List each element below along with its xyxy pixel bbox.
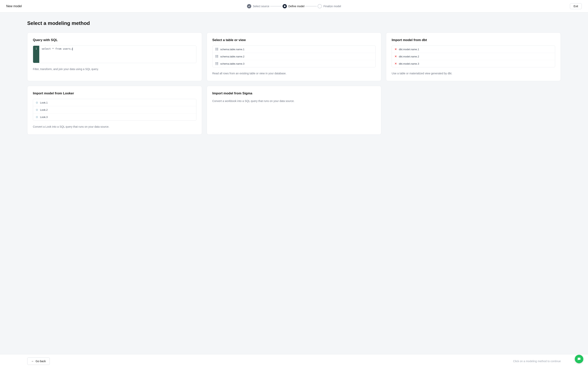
table-row-3: schema.table.name.3 (213, 60, 376, 67)
table-grid-icon-2 (215, 55, 218, 58)
card-title-dbt: Import model from dbt (392, 38, 555, 42)
chat-icon (577, 357, 581, 361)
card-title-looker: Import model from Looker (33, 92, 196, 95)
cards-row-2: Import model from Looker ⊙ Look.1 ⊙ Look… (27, 86, 561, 135)
connector-2 (305, 6, 317, 6)
table-row-2: schema.table.name.2 (213, 53, 376, 60)
svg-rect-3 (217, 49, 218, 50)
card-title-sql: Query with SQL (33, 38, 196, 42)
step-finalize-model: Finalize model (318, 4, 341, 8)
svg-rect-15 (217, 64, 218, 64)
svg-rect-4 (215, 50, 217, 51)
table-grid-icon-1 (215, 48, 218, 51)
card-import-looker[interactable]: Import model from Looker ⊙ Look.1 ⊙ Look… (27, 86, 202, 135)
svg-rect-2 (215, 49, 217, 50)
connector-1 (270, 6, 282, 6)
dbt-x-icon-2: ✕ (394, 55, 397, 58)
card-import-sigma[interactable]: Import model from Sigma Convert a workbo… (207, 86, 382, 135)
card-select-table-view[interactable]: Select a table or view schema.table. (207, 33, 382, 81)
table-preview: schema.table.name.1 schema.table.n (212, 46, 376, 67)
svg-rect-6 (215, 55, 217, 56)
svg-rect-8 (215, 56, 217, 57)
svg-rect-9 (217, 56, 218, 57)
step-label-define-model: Define model (288, 5, 304, 8)
footer-hint: Click on a modeling method to continue (513, 360, 561, 363)
go-back-arrow-icon: ← (31, 360, 34, 363)
step-label-finalize-model: Finalize model (324, 5, 341, 8)
card-title-table: Select a table or view (212, 38, 376, 42)
dbt-row-1: ✕ dbt.model.name.1 (392, 46, 555, 53)
svg-rect-16 (215, 64, 217, 65)
svg-rect-12 (215, 62, 217, 63)
table-row-1: schema.table.name.1 (213, 46, 376, 53)
step-label-select-source: Select source (253, 5, 269, 8)
sql-code: select * from users; (39, 46, 196, 52)
dbt-row-2: ✕ dbt.model.name.2 (392, 53, 555, 60)
go-back-button[interactable]: ← Go back (27, 358, 50, 365)
step-select-source: Select source (247, 4, 269, 8)
exit-button[interactable]: Exit (570, 3, 582, 9)
stepper: Select source Define model Finalize mode… (247, 4, 341, 8)
footer: ← Go back Click on a modeling method to … (0, 354, 588, 368)
card-import-dbt[interactable]: Import model from dbt ✕ dbt.model.name.1… (386, 33, 561, 81)
table-grid-icon-3 (215, 62, 218, 65)
cards-row-1: Query with SQL 1 select * from users; Fi… (27, 33, 561, 81)
dbt-preview: ✕ dbt.model.name.1 ✕ dbt.model.name.2 ✕ … (392, 46, 555, 67)
step-icon-finalize-model (318, 4, 322, 8)
dbt-row-label-1: dbt.model.name.1 (399, 48, 419, 51)
step-define-model: Define model (283, 4, 304, 8)
looker-row-label-2: Look.2 (40, 108, 48, 111)
svg-rect-0 (215, 48, 217, 49)
looker-look-icon-2: ⊙ (36, 108, 38, 111)
page-heading: Select a modeling method (27, 20, 561, 26)
looker-preview: ⊙ Look.1 ⊙ Look.2 ⊙ Look.3 (33, 99, 196, 121)
looker-row-label-1: Look.1 (40, 101, 48, 104)
svg-rect-13 (217, 62, 218, 63)
svg-rect-14 (215, 64, 217, 64)
svg-rect-11 (217, 57, 218, 58)
svg-rect-7 (217, 55, 218, 56)
looker-look-icon-1: ⊙ (36, 101, 38, 104)
table-row-label-1: schema.table.name.1 (220, 48, 244, 51)
page-title: New model (6, 4, 22, 8)
dbt-x-icon-1: ✕ (394, 48, 397, 51)
dbt-row-label-2: dbt.model.name.2 (399, 55, 419, 58)
looker-row-3: ⊙ Look.3 (33, 113, 196, 120)
header: New model Select source Define model Fin… (0, 0, 588, 12)
looker-look-icon-3: ⊙ (36, 115, 38, 119)
card-desc-sigma: Convert a workbook into a SQL query that… (212, 99, 376, 103)
sql-preview: 1 select * from users; (33, 46, 196, 63)
dbt-x-icon-3: ✕ (394, 62, 397, 65)
chat-bubble-button[interactable] (575, 355, 583, 363)
looker-row-2: ⊙ Look.2 (33, 106, 196, 113)
looker-row-1: ⊙ Look.1 (33, 99, 196, 106)
svg-rect-10 (215, 57, 217, 58)
card-desc-looker: Convert a Look into a SQL query that run… (33, 125, 196, 129)
card-title-sigma: Import model from Sigma (212, 92, 376, 95)
looker-row-label-3: Look.3 (40, 116, 48, 119)
empty-card-placeholder (386, 86, 561, 135)
step-icon-define-model (283, 4, 287, 8)
main-content: Select a modeling method Query with SQL … (0, 12, 588, 154)
step-icon-select-source (247, 4, 251, 8)
card-query-with-sql[interactable]: Query with SQL 1 select * from users; Fi… (27, 33, 202, 81)
table-row-label-3: schema.table.name.3 (220, 62, 244, 65)
table-row-label-2: schema.table.name.2 (220, 55, 244, 58)
sql-line-number: 1 (33, 46, 39, 63)
card-desc-table: Read all rows from an existing table or … (212, 71, 376, 75)
svg-rect-1 (217, 48, 218, 49)
svg-rect-17 (217, 64, 218, 65)
card-desc-dbt: Use a table or materialized view generat… (392, 71, 555, 75)
card-desc-sql: Filter, transform, and join your data us… (33, 67, 196, 71)
svg-rect-5 (217, 50, 218, 51)
dbt-row-3: ✕ dbt.model.name.3 (392, 60, 555, 67)
dbt-row-label-3: dbt.model.name.3 (399, 62, 419, 65)
